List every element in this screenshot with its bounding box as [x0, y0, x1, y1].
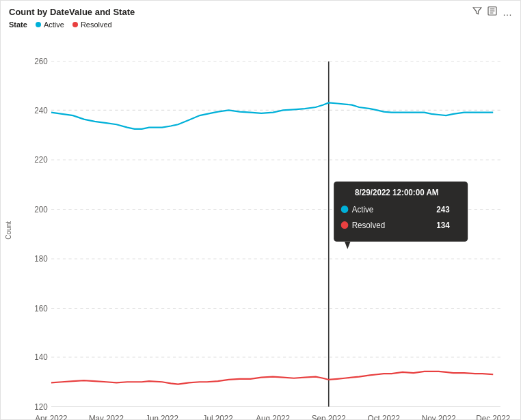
active-line	[51, 102, 493, 128]
svg-text:Sep 2022: Sep 2022	[312, 414, 346, 420]
svg-text:Apr 2022: Apr 2022	[35, 414, 67, 420]
svg-text:Resolved: Resolved	[352, 221, 386, 230]
svg-text:8/29/2022 12:00:00 AM: 8/29/2022 12:00:00 AM	[355, 187, 439, 197]
expand-icon[interactable]	[487, 6, 497, 18]
svg-text:260: 260	[34, 57, 48, 66]
svg-text:180: 180	[34, 254, 48, 264]
svg-marker-35	[345, 242, 350, 249]
chart-icons: …	[472, 6, 512, 18]
svg-text:200: 200	[34, 205, 48, 214]
svg-text:Nov 2022: Nov 2022	[422, 414, 456, 420]
svg-text:Active: Active	[352, 205, 374, 214]
svg-point-29	[341, 206, 349, 213]
chart-area: 260 240 220 200 180 160 140 120 Apr 2022…	[15, 31, 515, 420]
resolved-line	[51, 372, 493, 384]
active-legend-label: Active	[44, 20, 64, 29]
chart-header: Count by DateValue and State …	[1, 1, 520, 19]
svg-text:160: 160	[34, 304, 48, 313]
resolved-legend-dot	[72, 22, 78, 27]
legend-state-label: State	[9, 20, 27, 29]
chart-title: Count by DateValue and State	[9, 7, 135, 17]
svg-text:Jul 2022: Jul 2022	[203, 414, 233, 420]
more-options-icon[interactable]: …	[503, 7, 512, 18]
chart-container: Count by DateValue and State … State Act…	[0, 0, 521, 420]
svg-text:Oct 2022: Oct 2022	[368, 414, 400, 420]
legend: State Active Resolved	[1, 19, 520, 31]
legend-item-active: Active	[36, 20, 64, 29]
svg-text:Jun 2022: Jun 2022	[146, 414, 178, 420]
svg-text:220: 220	[34, 155, 48, 165]
svg-text:May 2022: May 2022	[89, 414, 124, 420]
chart-svg-container: 260 240 220 200 180 160 140 120 Apr 2022…	[15, 31, 515, 420]
svg-text:243: 243	[436, 205, 450, 214]
svg-text:Aug 2022: Aug 2022	[256, 414, 290, 420]
chart-body: Count	[1, 31, 520, 420]
svg-text:134: 134	[436, 221, 450, 230]
filter-icon[interactable]	[472, 6, 482, 18]
svg-text:120: 120	[34, 402, 48, 412]
chart-svg: 260 240 220 200 180 160 140 120 Apr 2022…	[15, 31, 515, 420]
svg-point-32	[341, 221, 349, 229]
active-legend-dot	[36, 22, 41, 27]
y-axis-label: Count	[2, 221, 15, 240]
svg-text:140: 140	[34, 352, 48, 362]
legend-item-resolved: Resolved	[72, 20, 112, 29]
svg-text:Dec 2022: Dec 2022	[476, 414, 510, 420]
resolved-legend-label: Resolved	[81, 20, 112, 29]
svg-text:240: 240	[34, 106, 48, 115]
